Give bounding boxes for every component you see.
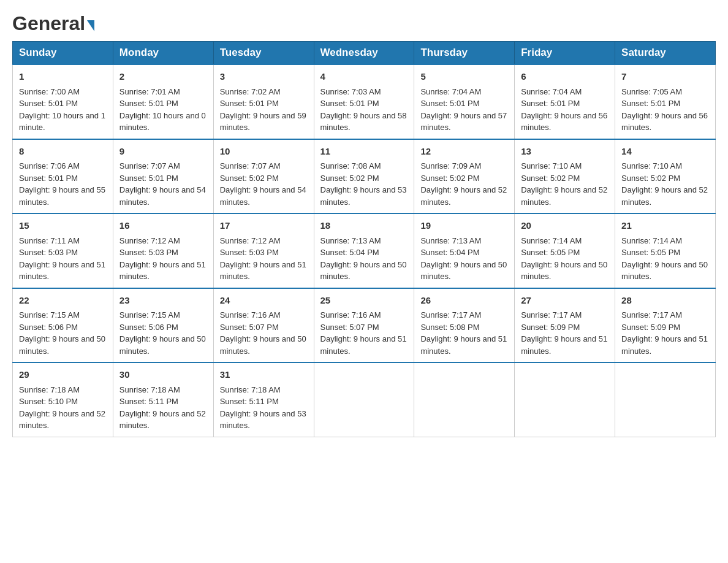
day-number: 24 — [220, 294, 308, 308]
calendar-cell: 13Sunrise: 7:10 AMSunset: 5:02 PMDayligh… — [515, 139, 615, 214]
calendar-cell: 2Sunrise: 7:01 AMSunset: 5:01 PMDaylight… — [113, 64, 213, 139]
calendar-cell: 11Sunrise: 7:08 AMSunset: 5:02 PMDayligh… — [314, 139, 414, 214]
day-number: 26 — [420, 294, 508, 308]
calendar-cell: 24Sunrise: 7:16 AMSunset: 5:07 PMDayligh… — [213, 288, 314, 363]
weekday-header-tuesday: Tuesday — [213, 42, 314, 65]
calendar-cell: 1Sunrise: 7:00 AMSunset: 5:01 PMDaylight… — [13, 64, 113, 139]
day-number: 5 — [420, 70, 508, 84]
day-number: 21 — [621, 219, 709, 233]
day-number: 9 — [119, 145, 207, 159]
calendar-cell: 16Sunrise: 7:12 AMSunset: 5:03 PMDayligh… — [113, 213, 213, 288]
calendar-cell: 25Sunrise: 7:16 AMSunset: 5:07 PMDayligh… — [314, 288, 414, 363]
calendar-cell: 27Sunrise: 7:17 AMSunset: 5:09 PMDayligh… — [515, 288, 615, 363]
day-number: 22 — [19, 294, 107, 308]
day-number: 14 — [621, 145, 709, 159]
calendar-cell: 10Sunrise: 7:07 AMSunset: 5:02 PMDayligh… — [213, 139, 314, 214]
day-number: 15 — [19, 219, 107, 233]
calendar-table: SundayMondayTuesdayWednesdayThursdayFrid… — [12, 41, 716, 437]
week-row-3: 15Sunrise: 7:11 AMSunset: 5:03 PMDayligh… — [13, 213, 716, 288]
day-number: 27 — [521, 294, 609, 308]
calendar-cell: 12Sunrise: 7:09 AMSunset: 5:02 PMDayligh… — [414, 139, 515, 214]
calendar-cell: 28Sunrise: 7:17 AMSunset: 5:09 PMDayligh… — [615, 288, 716, 363]
calendar-cell: 20Sunrise: 7:14 AMSunset: 5:05 PMDayligh… — [515, 213, 615, 288]
day-number: 3 — [220, 70, 308, 84]
day-number: 17 — [220, 219, 308, 233]
day-number: 1 — [19, 70, 107, 84]
calendar-cell: 5Sunrise: 7:04 AMSunset: 5:01 PMDaylight… — [414, 64, 515, 139]
day-number: 19 — [420, 219, 508, 233]
day-number: 12 — [420, 145, 508, 159]
logo-triangle-icon — [87, 20, 94, 31]
calendar-cell: 9Sunrise: 7:07 AMSunset: 5:01 PMDaylight… — [113, 139, 213, 214]
calendar-cell: 31Sunrise: 7:18 AMSunset: 5:11 PMDayligh… — [213, 362, 314, 437]
day-number: 31 — [220, 368, 308, 382]
calendar-cell: 15Sunrise: 7:11 AMSunset: 5:03 PMDayligh… — [13, 213, 113, 288]
weekday-header-wednesday: Wednesday — [314, 42, 414, 65]
calendar-cell — [314, 362, 414, 437]
week-row-5: 29Sunrise: 7:18 AMSunset: 5:10 PMDayligh… — [13, 362, 716, 437]
weekday-header-friday: Friday — [515, 42, 615, 65]
calendar-cell: 26Sunrise: 7:17 AMSunset: 5:08 PMDayligh… — [414, 288, 515, 363]
calendar-cell — [414, 362, 515, 437]
day-number: 18 — [320, 219, 408, 233]
calendar-cell: 19Sunrise: 7:13 AMSunset: 5:04 PMDayligh… — [414, 213, 515, 288]
day-number: 11 — [320, 145, 408, 159]
weekday-header-sunday: Sunday — [13, 42, 113, 65]
day-number: 25 — [320, 294, 408, 308]
weekday-header-row: SundayMondayTuesdayWednesdayThursdayFrid… — [13, 42, 716, 65]
week-row-1: 1Sunrise: 7:00 AMSunset: 5:01 PMDaylight… — [13, 64, 716, 139]
day-number: 6 — [521, 70, 609, 84]
day-number: 23 — [119, 294, 207, 308]
calendar-cell: 22Sunrise: 7:15 AMSunset: 5:06 PMDayligh… — [13, 288, 113, 363]
day-number: 4 — [320, 70, 408, 84]
day-number: 2 — [119, 70, 207, 84]
day-number: 16 — [119, 219, 207, 233]
calendar-cell: 30Sunrise: 7:18 AMSunset: 5:11 PMDayligh… — [113, 362, 213, 437]
weekday-header-thursday: Thursday — [414, 42, 515, 65]
logo-general: General — [12, 12, 85, 35]
day-number: 7 — [621, 70, 709, 84]
day-number: 28 — [621, 294, 709, 308]
calendar-cell — [615, 362, 716, 437]
day-number: 8 — [19, 145, 107, 159]
calendar-cell: 3Sunrise: 7:02 AMSunset: 5:01 PMDaylight… — [213, 64, 314, 139]
calendar-cell: 18Sunrise: 7:13 AMSunset: 5:04 PMDayligh… — [314, 213, 414, 288]
weekday-header-saturday: Saturday — [615, 42, 716, 65]
weekday-header-monday: Monday — [113, 42, 213, 65]
calendar-cell: 14Sunrise: 7:10 AMSunset: 5:02 PMDayligh… — [615, 139, 716, 214]
calendar-cell: 8Sunrise: 7:06 AMSunset: 5:01 PMDaylight… — [13, 139, 113, 214]
week-row-2: 8Sunrise: 7:06 AMSunset: 5:01 PMDaylight… — [13, 139, 716, 214]
calendar-cell: 6Sunrise: 7:04 AMSunset: 5:01 PMDaylight… — [515, 64, 615, 139]
day-number: 30 — [119, 368, 207, 382]
calendar-cell: 23Sunrise: 7:15 AMSunset: 5:06 PMDayligh… — [113, 288, 213, 363]
week-row-4: 22Sunrise: 7:15 AMSunset: 5:06 PMDayligh… — [13, 288, 716, 363]
logo: General — [12, 12, 94, 35]
calendar-cell: 29Sunrise: 7:18 AMSunset: 5:10 PMDayligh… — [13, 362, 113, 437]
day-number: 10 — [220, 145, 308, 159]
calendar-cell: 21Sunrise: 7:14 AMSunset: 5:05 PMDayligh… — [615, 213, 716, 288]
day-number: 29 — [19, 368, 107, 382]
page-header: General — [12, 12, 716, 35]
day-number: 20 — [521, 219, 609, 233]
calendar-cell: 4Sunrise: 7:03 AMSunset: 5:01 PMDaylight… — [314, 64, 414, 139]
calendar-cell — [515, 362, 615, 437]
day-number: 13 — [521, 145, 609, 159]
calendar-cell: 17Sunrise: 7:12 AMSunset: 5:03 PMDayligh… — [213, 213, 314, 288]
calendar-cell: 7Sunrise: 7:05 AMSunset: 5:01 PMDaylight… — [615, 64, 716, 139]
